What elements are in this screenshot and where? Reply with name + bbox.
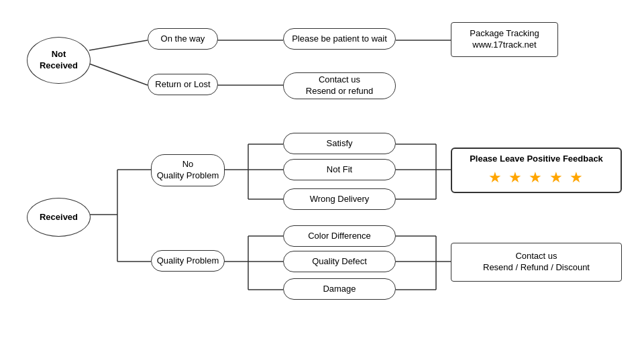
feedback-text: Please Leave Positive Feedback [470, 153, 603, 165]
package-tracking-label: Package Trackingwww.17track.net [470, 28, 539, 51]
diagram: NotReceived On the way Return or Lost Pl… [0, 0, 644, 344]
contact-resend-refund-label: Contact usResend or refund [306, 74, 373, 97]
package-tracking-node: Package Trackingwww.17track.net [451, 22, 558, 57]
wrong-delivery-label: Wrong Delivery [310, 194, 370, 205]
please-be-patient-label: Please be patient to wait [292, 34, 387, 45]
satisfy-label: Satisfy [326, 138, 352, 150]
svg-line-1 [89, 64, 148, 85]
quality-defect-node: Quality Defect [283, 251, 396, 272]
no-quality-problem-node: NoQuality Problem [151, 154, 225, 186]
received-label: Received [40, 212, 78, 223]
stars-icon: ★ ★ ★ ★ ★ [488, 168, 584, 188]
not-fit-label: Not Fit [327, 164, 352, 176]
not-fit-node: Not Fit [283, 159, 396, 180]
quality-problem-label: Quality Problem [157, 255, 219, 267]
svg-line-0 [89, 40, 148, 50]
on-the-way-node: On the way [148, 28, 218, 50]
contact-resend-discount-node: Contact usResend / Refund / Discount [451, 243, 622, 282]
feedback-box: Please Leave Positive Feedback ★ ★ ★ ★ ★ [451, 148, 622, 193]
not-received-label: NotReceived [40, 49, 78, 72]
color-difference-node: Color Difference [283, 225, 396, 247]
satisfy-node: Satisfy [283, 133, 396, 154]
contact-resend-refund-node: Contact usResend or refund [283, 72, 396, 99]
please-be-patient-node: Please be patient to wait [283, 28, 396, 50]
return-or-lost-label: Return or Lost [155, 79, 210, 91]
no-quality-problem-label: NoQuality Problem [157, 159, 219, 182]
wrong-delivery-node: Wrong Delivery [283, 188, 396, 210]
received-node: Received [27, 198, 91, 237]
return-or-lost-node: Return or Lost [148, 74, 218, 95]
quality-defect-label: Quality Defect [312, 256, 367, 268]
not-received-node: NotReceived [27, 37, 91, 84]
damage-label: Damage [323, 284, 356, 295]
color-difference-label: Color Difference [308, 231, 371, 242]
contact-resend-discount-label: Contact usResend / Refund / Discount [483, 251, 590, 274]
on-the-way-label: On the way [161, 34, 205, 45]
quality-problem-node: Quality Problem [151, 250, 225, 272]
damage-node: Damage [283, 278, 396, 300]
